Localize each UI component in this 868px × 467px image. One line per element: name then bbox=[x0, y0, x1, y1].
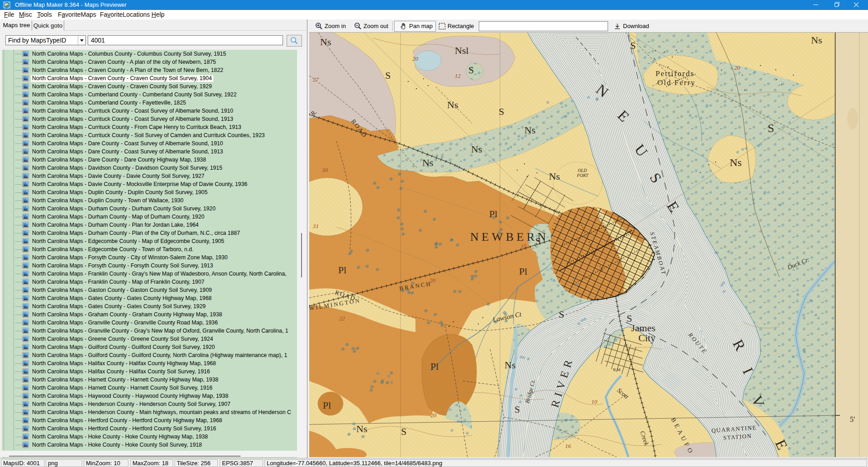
svg-text:S: S bbox=[514, 404, 520, 415]
svg-text:S: S bbox=[468, 64, 474, 76]
svg-text:Ns: Ns bbox=[505, 359, 515, 371]
svg-text:Pl: Pl bbox=[323, 400, 331, 411]
svg-text:5′: 5′ bbox=[850, 415, 855, 423]
svg-text:Ns: Ns bbox=[730, 157, 742, 168]
svg-text:City: City bbox=[638, 332, 656, 343]
svg-text:S: S bbox=[385, 70, 391, 81]
svg-text:20: 20 bbox=[429, 277, 436, 284]
svg-text:20: 20 bbox=[412, 55, 419, 62]
svg-text:12: 12 bbox=[455, 72, 461, 79]
svg-text:Ns: Ns bbox=[524, 124, 535, 136]
svg-text:Pl: Pl bbox=[430, 361, 439, 372]
svg-text:20: 20 bbox=[430, 412, 437, 419]
svg-text:27: 27 bbox=[313, 76, 319, 83]
svg-text:Old Ferry: Old Ferry bbox=[657, 78, 696, 87]
svg-text:Ns: Ns bbox=[320, 36, 331, 48]
svg-text:20: 20 bbox=[734, 64, 741, 71]
svg-text:S: S bbox=[768, 122, 774, 135]
svg-text:S: S bbox=[630, 40, 636, 51]
svg-text:Pl: Pl bbox=[489, 208, 497, 219]
svg-text:Pl: Pl bbox=[519, 266, 527, 277]
svg-text:30: 30 bbox=[321, 167, 328, 173]
svg-text:FORT: FORT bbox=[576, 173, 589, 178]
svg-text:Nsl: Nsl bbox=[455, 45, 469, 56]
svg-text:16: 16 bbox=[565, 443, 571, 449]
svg-text:15: 15 bbox=[521, 243, 527, 249]
svg-text:Ns: Ns bbox=[422, 157, 433, 168]
svg-text:Pl: Pl bbox=[338, 264, 346, 276]
svg-text:Ns: Ns bbox=[356, 423, 367, 434]
svg-text:Ns: Ns bbox=[549, 171, 560, 182]
svg-text:Ns: Ns bbox=[471, 143, 482, 155]
svg-text:10: 10 bbox=[591, 398, 598, 405]
svg-text:31: 31 bbox=[312, 223, 319, 229]
svg-text:22: 22 bbox=[339, 315, 345, 322]
svg-text:OLD: OLD bbox=[578, 168, 587, 173]
svg-text:S: S bbox=[559, 309, 564, 320]
svg-text:Ns: Ns bbox=[447, 99, 458, 110]
svg-text:B.M.: B.M. bbox=[613, 367, 622, 372]
svg-text:NEWBERN: NEWBERN bbox=[470, 230, 549, 243]
svg-text:Ns: Ns bbox=[811, 34, 822, 46]
svg-text:S: S bbox=[401, 426, 406, 437]
svg-text:Pettifords: Pettifords bbox=[656, 69, 694, 78]
svg-text:S: S bbox=[499, 106, 504, 117]
